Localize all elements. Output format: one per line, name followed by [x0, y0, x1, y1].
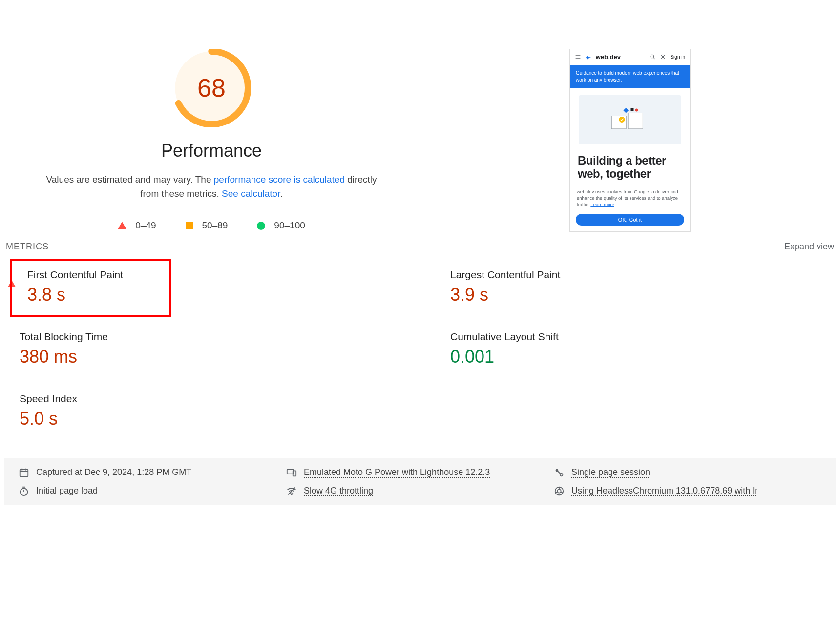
- svg-rect-7: [623, 108, 629, 113]
- mock-banner: Guidance to build modern web experiences…: [570, 65, 690, 88]
- category-title: Performance: [161, 141, 262, 161]
- mock-header: web.dev Sign in: [570, 49, 690, 65]
- svg-rect-8: [631, 108, 634, 111]
- metric-name: Cumulative Layout Shift: [450, 331, 559, 343]
- circle-icon: [257, 222, 265, 230]
- metric-name: Total Blocking Time: [20, 331, 108, 343]
- mock-learn-more: Learn more: [590, 202, 614, 207]
- svg-point-19: [557, 489, 561, 493]
- metric-card[interactable]: Cumulative Layout Shift0.001: [435, 320, 836, 382]
- svg-rect-10: [20, 469, 28, 476]
- illustration-icon: [608, 103, 652, 137]
- legend-pass: 90–100: [257, 220, 305, 231]
- metric-card[interactable]: Largest Contentful Paint3.9 s: [435, 258, 836, 320]
- footer-network: Slow 4G throttling: [286, 486, 554, 496]
- legend-pass-label: 90–100: [274, 220, 305, 231]
- performance-summary: 68 Performance Values are estimated and …: [4, 49, 404, 232]
- metric-name: First Contentful Paint: [27, 269, 123, 281]
- svg-point-3: [662, 56, 664, 58]
- footer-browser: Using HeadlessChromium 131.0.6778.69 wit…: [554, 486, 821, 496]
- performance-score: 68: [172, 49, 251, 127]
- metrics-header: METRICS Expand view: [4, 242, 836, 258]
- mock-signin: Sign in: [670, 54, 685, 60]
- menu-icon: [575, 54, 581, 60]
- mock-cookies: web.dev uses cookies from Google to deli…: [570, 185, 690, 211]
- score-legend: 0–49 50–89 90–100: [118, 220, 305, 231]
- legend-fail-label: 0–49: [135, 220, 156, 231]
- mock-headline: Building a better web, together: [570, 151, 690, 185]
- metric-value: 3.8 s: [27, 285, 123, 305]
- stopwatch-icon: [19, 486, 29, 496]
- svg-point-16: [291, 494, 293, 495]
- summary-section: 68 Performance Values are estimated and …: [4, 0, 836, 242]
- metric-value: 380 ms: [20, 347, 108, 367]
- performance-gauge: 68: [172, 49, 251, 127]
- metric-name: Largest Contentful Paint: [450, 269, 560, 281]
- legend-avg-label: 50–89: [202, 220, 228, 231]
- metric-value: 3.9 s: [450, 285, 560, 305]
- mock-brand: web.dev: [585, 53, 646, 61]
- footer-session: Single page session: [554, 467, 821, 478]
- network-icon: [286, 486, 297, 496]
- disclaimer-suffix: .: [280, 188, 282, 199]
- legend-average: 50–89: [186, 220, 228, 231]
- svg-point-9: [635, 108, 638, 111]
- footer-load: Initial page load: [19, 486, 286, 496]
- svg-point-6: [619, 117, 625, 123]
- session-icon: [554, 467, 565, 478]
- legend-fail: 0–49: [118, 220, 156, 231]
- chrome-icon: [554, 486, 565, 496]
- theme-icon: [660, 54, 666, 60]
- disclaimer-text: Values are estimated and may vary. The p…: [41, 173, 382, 201]
- metric-name: Speed Index: [20, 393, 77, 405]
- score-calc-link[interactable]: performance score is calculated: [214, 174, 345, 185]
- disclaimer-prefix: Values are estimated and may vary. The: [46, 174, 214, 185]
- footer-device: Emulated Moto G Power with Lighthouse 12…: [286, 467, 554, 478]
- svg-point-15: [21, 488, 28, 495]
- svg-rect-11: [287, 469, 294, 474]
- page-screenshot: web.dev Sign in Guidance to build modern…: [569, 49, 691, 232]
- screenshot-panel: web.dev Sign in Guidance to build modern…: [424, 49, 836, 232]
- metrics-grid: First Contentful Paint3.8 sLargest Conte…: [4, 258, 836, 444]
- metric-value: 5.0 s: [20, 409, 77, 429]
- devices-icon: [286, 467, 297, 478]
- metric-card[interactable]: Total Blocking Time380 ms: [4, 320, 405, 382]
- see-calculator-link[interactable]: See calculator: [222, 188, 280, 199]
- square-icon: [186, 222, 193, 229]
- svg-rect-5: [628, 113, 643, 128]
- vertical-divider: [404, 98, 404, 176]
- mock-illustration: [579, 95, 681, 144]
- calendar-icon: [19, 467, 29, 478]
- metric-value: 0.001: [450, 347, 559, 367]
- mock-ok-button: OK, Got it: [576, 214, 684, 226]
- logo-icon: [585, 54, 592, 61]
- triangle-icon: [8, 272, 16, 287]
- footer-captured: Captured at Dec 9, 2024, 1:28 PM GMT: [19, 467, 286, 478]
- expand-view-toggle[interactable]: Expand view: [784, 242, 834, 252]
- search-icon: [650, 54, 656, 60]
- triangle-icon: [118, 222, 126, 229]
- svg-point-2: [651, 55, 654, 58]
- environment-footer: Captured at Dec 9, 2024, 1:28 PM GMT Emu…: [4, 458, 836, 505]
- metric-card[interactable]: First Contentful Paint3.8 s: [4, 258, 405, 320]
- metrics-section-label: METRICS: [6, 242, 49, 252]
- metric-card[interactable]: Speed Index5.0 s: [4, 382, 405, 444]
